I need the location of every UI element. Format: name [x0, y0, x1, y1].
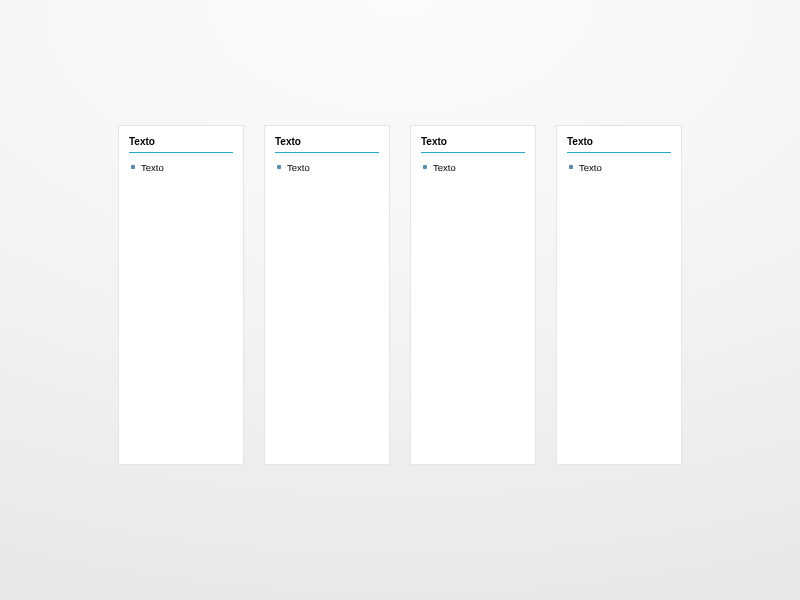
title-divider — [275, 152, 379, 153]
card-4: Texto Texto — [556, 125, 682, 465]
card-title: Texto — [275, 136, 379, 148]
list-item: Texto — [421, 161, 525, 174]
card-title: Texto — [129, 136, 233, 148]
card-list: Texto — [421, 161, 525, 174]
card-title: Texto — [421, 136, 525, 148]
card-1: Texto Texto — [118, 125, 244, 465]
list-item: Texto — [275, 161, 379, 174]
list-item: Texto — [129, 161, 233, 174]
card-title: Texto — [567, 136, 671, 148]
card-row: Texto Texto Texto Texto Texto Texto Text… — [118, 125, 682, 465]
title-divider — [129, 152, 233, 153]
card-list: Texto — [567, 161, 671, 174]
card-3: Texto Texto — [410, 125, 536, 465]
card-list: Texto — [129, 161, 233, 174]
title-divider — [421, 152, 525, 153]
card-list: Texto — [275, 161, 379, 174]
canvas: Texto Texto Texto Texto Texto Texto Text… — [0, 0, 800, 600]
card-2: Texto Texto — [264, 125, 390, 465]
title-divider — [567, 152, 671, 153]
list-item: Texto — [567, 161, 671, 174]
